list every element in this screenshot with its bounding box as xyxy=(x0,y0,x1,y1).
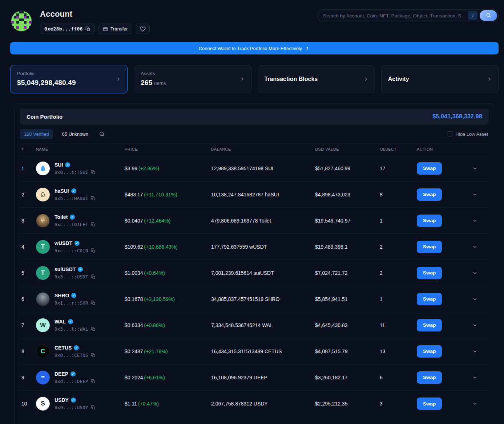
search-input[interactable] xyxy=(323,13,468,19)
table-row: 10 S USDY 0x9...::USDY $1.11(+0.47%) 2,0… xyxy=(20,391,489,417)
coin-name: CETUS xyxy=(55,345,72,351)
coin-usd-value: $19,489,398.1 xyxy=(315,244,380,250)
chevron-right-icon xyxy=(116,76,121,82)
verified-badge-icon xyxy=(71,293,76,298)
coin-object-count: 2 xyxy=(380,270,417,276)
favorite-button[interactable] xyxy=(136,24,150,34)
tab-verified[interactable]: 128 Verified xyxy=(20,129,53,139)
coin-balance: 16,108,096.92379 DEEP xyxy=(211,375,315,380)
swap-button[interactable]: Swap xyxy=(417,162,442,175)
copy-icon[interactable] xyxy=(85,26,90,32)
chevron-down-icon[interactable] xyxy=(472,296,478,302)
swap-button[interactable]: Swap xyxy=(417,241,442,253)
activity-card[interactable]: Activity xyxy=(381,65,499,93)
search-icon[interactable] xyxy=(99,131,105,137)
hide-low-asset-checkbox[interactable] xyxy=(447,131,452,137)
walrus-icon: W xyxy=(36,318,50,332)
coin-address: 0xd...::DEEP xyxy=(55,379,88,384)
transaction-blocks-card[interactable]: Transaction Blocks xyxy=(258,65,375,93)
coin-object-count: 8 xyxy=(380,192,417,197)
col-name: NAME xyxy=(36,147,125,151)
coin-address: 0xb...:HASUI xyxy=(55,196,88,201)
chevron-down-icon[interactable] xyxy=(472,166,478,171)
swap-button[interactable]: Swap xyxy=(417,188,442,201)
coin-name: USDY xyxy=(55,397,69,403)
copy-icon[interactable] xyxy=(91,327,96,331)
copy-icon[interactable] xyxy=(91,222,96,227)
coin-change: (+6.61%) xyxy=(144,375,165,380)
table-row: 5 T suiUSDT 0x3...::USDT $1.0034(+0.64%)… xyxy=(20,260,489,286)
copy-icon[interactable] xyxy=(91,248,96,253)
assets-card-value: 265 xyxy=(141,79,152,86)
chevron-down-icon[interactable] xyxy=(472,244,478,250)
col-balance: BALANCE xyxy=(211,147,315,151)
chevron-right-icon xyxy=(363,76,369,82)
swap-button[interactable]: Swap xyxy=(417,293,442,305)
coin-object-count: 3 xyxy=(380,401,417,407)
portfolio-card-label: Portfolio xyxy=(17,71,121,76)
copy-icon[interactable] xyxy=(91,353,96,358)
tether-icon: T xyxy=(36,266,50,280)
shro-photo-icon xyxy=(36,292,50,306)
coin-address: 0x3...l::WAL xyxy=(55,326,88,332)
copy-icon[interactable] xyxy=(91,170,96,175)
swap-button[interactable]: Swap xyxy=(417,345,442,358)
search-button[interactable] xyxy=(480,10,497,21)
verified-badge-icon xyxy=(74,345,79,350)
header: Account 0xe28b...ff06 Transfer xyxy=(0,0,504,40)
coin-price: $1.0034 xyxy=(125,270,143,276)
hide-low-asset-toggle[interactable]: Hide Low Asset xyxy=(447,131,488,137)
chevron-right-icon xyxy=(487,76,492,82)
assets-card[interactable]: Assets 265items xyxy=(134,65,251,93)
coin-usd-value: $4,087,515.79 xyxy=(315,348,380,354)
copy-icon[interactable] xyxy=(91,379,96,384)
search-icon xyxy=(486,12,491,19)
swap-button[interactable]: Swap xyxy=(417,371,442,384)
usdy-icon: S xyxy=(36,397,50,411)
coin-name: DEEP xyxy=(55,371,68,377)
connect-wallet-banner[interactable]: Connect Wallet to Track Portfolio More E… xyxy=(10,42,499,54)
coin-portfolio-header: Coin Portfolio $5,041,368,332.98 xyxy=(20,109,489,125)
swap-button[interactable]: Swap xyxy=(417,398,442,410)
row-index: 7 xyxy=(20,322,36,328)
coin-change: (+3,130.59%) xyxy=(144,296,175,302)
swap-button[interactable]: Swap xyxy=(417,215,442,227)
account-avatar xyxy=(11,11,32,32)
copy-icon[interactable] xyxy=(91,196,96,201)
account-address-chip[interactable]: 0xe28b...ff06 xyxy=(40,24,95,34)
coin-balance: 7,001,239.615614 suiUSDT xyxy=(211,270,315,276)
coin-price: $0.6334 xyxy=(125,322,143,328)
transfer-button[interactable]: Transfer xyxy=(98,24,132,34)
portfolio-card[interactable]: Portfolio $5,049,298,480.49 xyxy=(10,65,128,93)
banner-text: Connect Wallet to Track Portfolio More E… xyxy=(199,46,302,51)
wallet-icon xyxy=(103,26,108,32)
coin-balance: 16,434,315.311513489 CETUS xyxy=(211,348,315,354)
chevron-down-icon[interactable] xyxy=(472,192,478,197)
copy-icon[interactable] xyxy=(91,405,96,410)
chevron-down-icon[interactable] xyxy=(472,348,478,354)
chevron-down-icon[interactable] xyxy=(472,218,478,224)
global-search: / xyxy=(317,9,499,22)
swap-button[interactable]: Swap xyxy=(417,319,442,331)
chevron-down-icon[interactable] xyxy=(472,375,478,380)
swap-button[interactable]: Swap xyxy=(417,267,442,279)
row-index: 10 xyxy=(20,401,36,407)
portfolio-filters: 128 Verified 65 Unknown Hide Low Asset xyxy=(20,129,488,139)
chevron-down-icon[interactable] xyxy=(472,270,478,276)
copy-icon[interactable] xyxy=(91,274,96,279)
coin-object-count: 1 xyxy=(380,218,417,224)
chevron-down-icon[interactable] xyxy=(472,322,478,328)
coin-change: (+12,464%) xyxy=(144,218,171,224)
activity-card-label: Activity xyxy=(388,71,492,87)
row-index: 9 xyxy=(20,375,36,380)
verified-badge-icon xyxy=(74,241,80,246)
row-index: 3 xyxy=(20,218,36,224)
row-index: 8 xyxy=(20,348,36,354)
slash-shortcut-badge: / xyxy=(468,11,477,20)
coin-address: 0x3...::USDT xyxy=(55,274,88,280)
chevron-down-icon[interactable] xyxy=(472,401,478,407)
copy-icon[interactable] xyxy=(91,301,96,305)
coin-usd-value: $3,260,182.17 xyxy=(315,375,380,380)
tab-unknown[interactable]: 65 Unknown xyxy=(58,129,92,139)
coin-address: 0x0...:CETUS xyxy=(55,352,88,358)
